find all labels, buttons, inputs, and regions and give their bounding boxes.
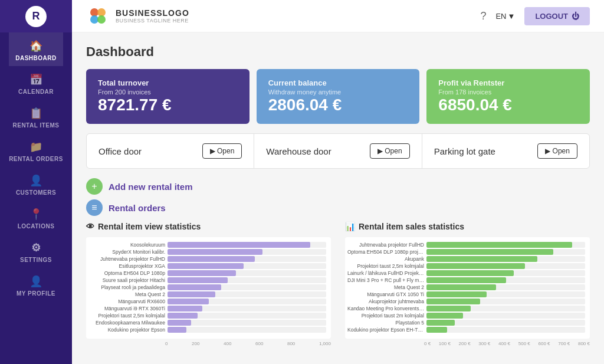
bar-label: Kandao Meeting Pro konverentsikaamra	[347, 306, 424, 311]
bar-fill	[168, 306, 202, 311]
open-door-button[interactable]: ▶ Open	[202, 143, 242, 159]
sales-chart-icon: 📊	[345, 222, 355, 231]
stat-label-group: Current balance Withdraw money anytime	[268, 78, 408, 96]
logout-button[interactable]: LOGOUT ⏻	[524, 7, 590, 25]
page-title: Dashboard	[86, 44, 590, 60]
axis-label: 700 €	[558, 341, 570, 346]
main-area: BUSINESSLOGO BUSINESS TAGLINE HERE ? EN …	[72, 0, 604, 364]
bar-fill	[426, 256, 537, 262]
action-link-add-rental[interactable]: + Add new rental item	[86, 178, 590, 195]
bar-label: Akuprojektor juhtmevaba	[347, 299, 424, 304]
chart-bar-row: Koosolekuruum	[88, 242, 326, 248]
stat-card-total-turnover: Total turnover From 200 invoices 8721.77…	[86, 69, 250, 124]
sidebar-item-customers[interactable]: 👤 CUSTOMERS	[9, 167, 63, 201]
action-link-rental-orders[interactable]: ≡ Rental orders	[86, 199, 590, 216]
sidebar-item-settings[interactable]: ⚙ SETTINGS	[9, 234, 63, 268]
chart-bar-row: Kodukino projektor Epson	[88, 327, 326, 333]
bar-label: Optoma EH504 DLP 1080p	[88, 270, 165, 276]
locations-icon: 📍	[29, 208, 43, 221]
chart-bar-row: Lainurk / lähikuva FullHD Projektor Vivi…	[347, 270, 585, 276]
sidebar-item-label: LOCATIONS	[18, 223, 55, 229]
bar-fill	[426, 327, 447, 333]
sales-chart-area: Juhtmevaba projektor FullHD Optoma EH504…	[345, 237, 590, 339]
stat-label: Current balance	[268, 78, 408, 87]
bar-fill	[426, 306, 471, 311]
bar-track	[426, 242, 585, 248]
sidebar-item-locations[interactable]: 📍 LOCATIONS	[9, 201, 63, 234]
brand-name: BUSINESSLOGO	[116, 8, 189, 18]
action-icon: ≡	[86, 199, 103, 216]
bar-fill	[168, 320, 191, 326]
stat-card-current-balance: Current balance Withdraw money anytime 2…	[257, 69, 420, 124]
rental-orders-icon: 📁	[29, 140, 43, 153]
bar-fill	[426, 270, 514, 276]
bar-label: Lainurk / lähikuva FullHD Projektor Vivi…	[347, 270, 424, 276]
view-chart-title: 👁 Rental item view statistics	[86, 222, 331, 231]
bar-label: Projektori taust 2m kolmjalal	[347, 313, 424, 319]
bar-fill	[168, 249, 262, 255]
stat-label-group: Total turnover From 200 invoices	[98, 78, 238, 96]
chart-bar-row: Mänguarvuti GTX 1050 Ti	[347, 291, 585, 297]
bar-label: Meta Quest 2	[347, 284, 424, 290]
sidebar-item-label: MY PROFILE	[17, 290, 55, 297]
stat-sublabel: From 178 invoices	[438, 88, 578, 96]
bar-fill	[426, 313, 463, 319]
bar-fill	[168, 291, 215, 297]
axis-label: 800	[287, 341, 295, 346]
language-selector[interactable]: EN ▼	[495, 12, 515, 21]
chart-bar-row: Juhtmevaba projektor FullHD	[347, 242, 585, 248]
axis-label: 0	[165, 341, 168, 346]
bar-label: Playseat rooli ja pedaalidega	[88, 284, 165, 290]
topbar: BUSINESSLOGO BUSINESS TAGLINE HERE ? EN …	[72, 0, 604, 32]
help-button[interactable]: ?	[480, 10, 486, 22]
bar-track	[168, 320, 326, 326]
open-door-button[interactable]: ▶ Open	[370, 143, 410, 159]
bar-label: Esitlusprojektor XGA	[88, 263, 165, 269]
chart-bar-row: Projektori taust 2,5m kolmjalal	[88, 313, 326, 319]
bar-track	[168, 327, 326, 333]
bar-label: Akupank	[347, 256, 424, 262]
view-chart-container: 👁 Rental item view statistics Koosolekur…	[86, 222, 331, 346]
axis-label: 500 €	[518, 341, 530, 346]
bar-label: DJI Mini 3 Pro + RC pull + Fly more kit	[347, 277, 424, 283]
axis-label: 600 €	[539, 341, 550, 346]
svg-point-1	[97, 8, 106, 17]
chart-bar-row: Juhtmevaba projektor FullHD	[88, 256, 326, 262]
sidebar-item-dashboard[interactable]: 🏠 DASHBOARD	[9, 32, 63, 66]
bar-track	[168, 242, 326, 248]
bar-track	[426, 299, 585, 304]
bar-fill	[168, 242, 310, 248]
door-item-warehouse-door: Warehouse door ▶ Open	[254, 134, 422, 168]
axis-label: 300 €	[478, 341, 490, 346]
dashboard-icon: 🏠	[29, 40, 43, 53]
bar-fill	[168, 299, 209, 304]
bar-label: Meta Quest 2	[88, 291, 165, 297]
logout-icon: ⏻	[572, 12, 579, 21]
door-name: Office door	[99, 146, 142, 156]
bar-label: Mänguarvuti i9 RTX 3060Ti	[88, 306, 165, 311]
sidebar-item-calendar[interactable]: 📅 CALENDAR	[9, 66, 63, 100]
bar-fill	[426, 320, 455, 326]
bar-fill	[426, 277, 506, 283]
bar-track	[168, 291, 326, 297]
bar-label: Endoskoopkaamera Milwaukee	[88, 320, 165, 326]
sidebar-item-label: RENTAL ORDERS	[9, 156, 63, 162]
stat-sublabel: From 200 invoices	[98, 88, 238, 96]
chart-bar-row: Akupank	[347, 256, 585, 262]
bar-fill	[426, 249, 553, 255]
bar-track	[426, 263, 585, 269]
sidebar-item-rental-items[interactable]: 📋 RENTAL ITEMS	[9, 100, 63, 133]
bar-track	[426, 313, 585, 319]
bar-label: Juhtmevaba projektor FullHD	[347, 242, 424, 248]
sales-chart-title: 📊 Rental item sales statistics	[345, 222, 590, 231]
sidebar-item-rental-orders[interactable]: 📁 RENTAL ORDERS	[9, 133, 63, 167]
bar-fill	[426, 242, 572, 248]
bar-track	[168, 306, 326, 311]
sidebar-item-label: SETTINGS	[20, 257, 52, 263]
bar-track	[168, 299, 326, 304]
bar-label: Koosolekuruum	[88, 242, 165, 248]
sidebar-item-my-profile[interactable]: 👤 MY PROFILE	[9, 268, 63, 301]
axis-label: 200	[192, 341, 199, 346]
open-door-button[interactable]: ▶ Open	[537, 143, 577, 159]
axis-label: 1,000	[319, 341, 331, 346]
